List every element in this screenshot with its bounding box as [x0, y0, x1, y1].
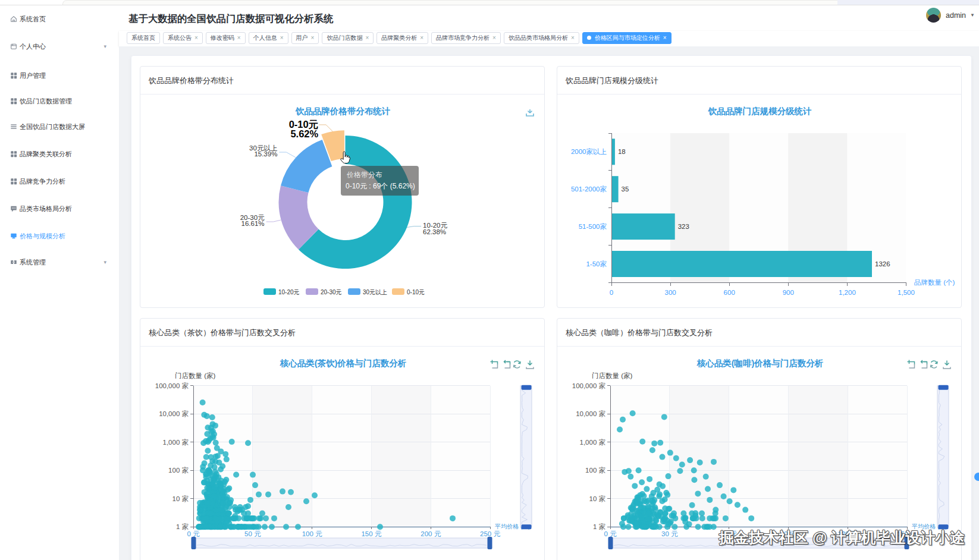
svg-text:100,000 家: 100,000 家 — [155, 382, 189, 389]
svg-text:18: 18 — [618, 148, 626, 155]
svg-text:核心品类(咖啡)价格与门店数分析: 核心品类(咖啡)价格与门店数分析 — [696, 358, 824, 368]
svg-text:1,000 家: 1,000 家 — [580, 439, 606, 446]
svg-text:5.62%: 5.62% — [290, 128, 318, 139]
svg-text:1,500: 1,500 — [898, 289, 915, 296]
svg-text:1 家: 1 家 — [176, 523, 189, 530]
svg-text:饮品品牌门店规模分级统计: 饮品品牌门店规模分级统计 — [708, 106, 812, 116]
svg-text:16.61%: 16.61% — [241, 220, 265, 227]
svg-text:10 家: 10 家 — [172, 495, 189, 502]
svg-text:饮品品牌价格带分布统计: 饮品品牌价格带分布统计 — [295, 106, 391, 116]
svg-text:300: 300 — [665, 289, 676, 296]
svg-text:200 元: 200 元 — [421, 530, 441, 537]
svg-text:100 元: 100 元 — [302, 530, 322, 537]
svg-text:价格带分布: 价格带分布 — [347, 171, 382, 179]
svg-text:核心品类(茶饮)价格与门店数分析: 核心品类(茶饮)价格与门店数分析 — [280, 358, 407, 368]
svg-text:150 元: 150 元 — [361, 530, 381, 537]
svg-text:100,000 家: 100,000 家 — [572, 382, 606, 389]
svg-text:100 家: 100 家 — [168, 467, 189, 474]
svg-text:门店数量 (家): 门店数量 (家) — [175, 372, 216, 379]
svg-text:10,000 家: 10,000 家 — [576, 410, 605, 417]
svg-text:掘金技术社区 @ 计算机毕业设计小途: 掘金技术社区 @ 计算机毕业设计小途 — [718, 529, 965, 546]
svg-text:10,000 家: 10,000 家 — [159, 410, 189, 417]
svg-text:600: 600 — [724, 289, 735, 296]
svg-text:50 元: 50 元 — [244, 530, 261, 537]
svg-text:0-10元: 0-10元 — [407, 289, 425, 295]
svg-text:10-20元: 10-20元 — [423, 222, 447, 229]
svg-text:2000家以上: 2000家以上 — [571, 148, 607, 155]
svg-text:30 元: 30 元 — [661, 530, 678, 537]
svg-text:1 家: 1 家 — [593, 523, 606, 530]
svg-text:62.38%: 62.38% — [423, 228, 446, 235]
svg-text:15.39%: 15.39% — [254, 150, 277, 158]
svg-text:1,000 家: 1,000 家 — [163, 439, 189, 446]
svg-text:0 元: 0 元 — [187, 530, 200, 537]
svg-text:501-2000家: 501-2000家 — [571, 185, 607, 193]
svg-text:品牌数量 (个): 品牌数量 (个) — [914, 279, 955, 286]
svg-text:51-500家: 51-500家 — [579, 223, 607, 230]
svg-text:1326: 1326 — [875, 260, 890, 268]
svg-text:1,200: 1,200 — [839, 289, 856, 296]
svg-text:100 家: 100 家 — [585, 467, 605, 474]
svg-text:323: 323 — [678, 223, 689, 230]
svg-text:0-10元 : 69个 (5.62%): 0-10元 : 69个 (5.62%) — [346, 182, 415, 190]
svg-text:0 元: 0 元 — [604, 530, 617, 537]
svg-text:30元以上: 30元以上 — [363, 289, 387, 295]
svg-text:900: 900 — [783, 289, 794, 296]
svg-text:10 家: 10 家 — [589, 495, 606, 502]
svg-text:35: 35 — [622, 185, 629, 193]
svg-text:20-30元: 20-30元 — [321, 289, 342, 295]
svg-text:10-20元: 10-20元 — [278, 289, 300, 295]
svg-text:0: 0 — [610, 289, 613, 296]
svg-text:1-50家: 1-50家 — [586, 260, 607, 268]
svg-text:门店数量 (家): 门店数量 (家) — [592, 372, 633, 379]
svg-text:250 元: 250 元 — [480, 530, 500, 537]
